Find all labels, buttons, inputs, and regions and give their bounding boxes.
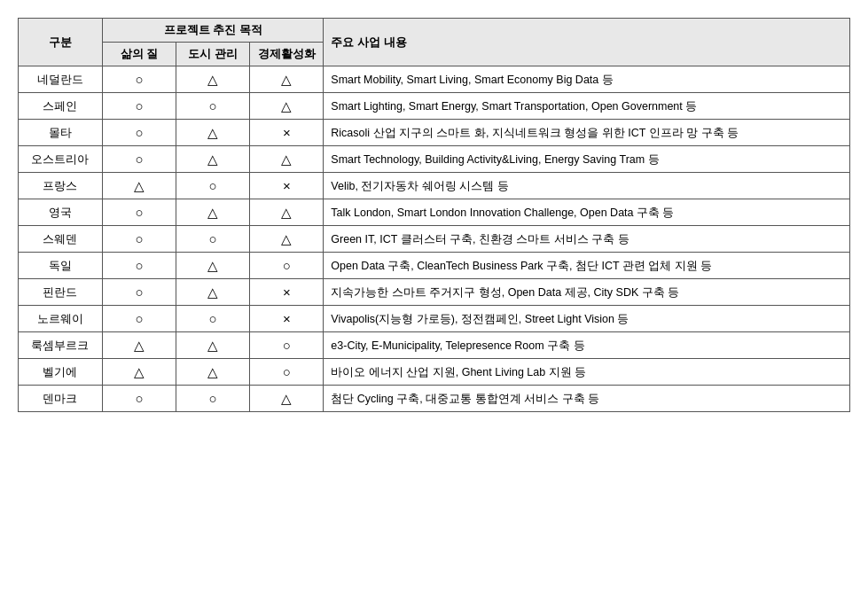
country-cell: 노르웨이 [19, 306, 103, 332]
table-row: 프랑스△○×Velib, 전기자동차 쉐어링 시스템 등 [19, 173, 850, 199]
content-cell: Open Data 구축, CleanTech Business Park 구축… [324, 253, 850, 279]
city-management-symbol: △ [176, 66, 250, 93]
life-quality-symbol: ○ [102, 279, 176, 306]
country-cell: 덴마크 [19, 386, 103, 412]
content-cell: 지속가능한 스마트 주거지구 형성, Open Data 제공, City SD… [324, 279, 850, 306]
country-cell: 오스트리아 [19, 146, 103, 173]
life-quality-symbol: ○ [102, 226, 176, 253]
life-quality-symbol: ○ [102, 66, 176, 93]
table-row: 몰타○△×Ricasoli 산업 지구의 스마트 화, 지식네트워크 형성을 위… [19, 120, 850, 146]
content-cell: Smart Lighting, Smart Energy, Smart Tran… [324, 93, 850, 120]
city-management-symbol: ○ [176, 173, 250, 199]
content-cell: e3-City, E-Municipality, Telepresence Ro… [324, 332, 850, 359]
economy-symbol: △ [250, 199, 324, 226]
country-cell: 벨기에 [19, 359, 103, 386]
life-quality-symbol: ○ [102, 386, 176, 412]
country-cell: 프랑스 [19, 173, 103, 199]
data-table: 구분 프로젝트 추진 목적 주요 사업 내용 삶의 질 도시 관리 경제활성화 … [18, 18, 850, 412]
city-management-symbol: △ [176, 146, 250, 173]
country-cell: 독일 [19, 253, 103, 279]
economy-symbol: △ [250, 66, 324, 93]
life-quality-symbol: ○ [102, 146, 176, 173]
table-row: 독일○△○Open Data 구축, CleanTech Business Pa… [19, 253, 850, 279]
content-cell: Green IT, ICT 클러스터 구축, 친환경 스마트 서비스 구축 등 [324, 226, 850, 253]
economy-symbol: △ [250, 226, 324, 253]
city-management-symbol: ○ [176, 226, 250, 253]
city-management-symbol: △ [176, 253, 250, 279]
country-cell: 핀란드 [19, 279, 103, 306]
header-main-content: 주요 사업 내용 [324, 19, 850, 66]
table-row: 오스트리아○△△Smart Technology, Building Activ… [19, 146, 850, 173]
life-quality-symbol: ○ [102, 93, 176, 120]
table-row: 네덜란드○△△Smart Mobility, Smart Living, Sma… [19, 66, 850, 93]
city-management-symbol: △ [176, 120, 250, 146]
table-row: 벨기에△△○바이오 에너지 산업 지원, Ghent Living Lab 지원… [19, 359, 850, 386]
economy-symbol: ○ [250, 253, 324, 279]
life-quality-symbol: ○ [102, 306, 176, 332]
table-row: 스페인○○△Smart Lighting, Smart Energy, Smar… [19, 93, 850, 120]
table-row: 룩셈부르크△△○e3-City, E-Municipality, Telepre… [19, 332, 850, 359]
header-economy: 경제활성화 [250, 43, 324, 66]
economy-symbol: △ [250, 386, 324, 412]
city-management-symbol: ○ [176, 306, 250, 332]
life-quality-symbol: △ [102, 173, 176, 199]
country-cell: 스웨덴 [19, 226, 103, 253]
economy-symbol: ○ [250, 332, 324, 359]
content-cell: Talk London, Smart London Innovation Cha… [324, 199, 850, 226]
content-cell: Smart Technology, Building Activity&Livi… [324, 146, 850, 173]
economy-symbol: × [250, 173, 324, 199]
header-country: 구분 [19, 19, 103, 66]
content-cell: 첨단 Cycling 구축, 대중교통 통합연계 서비스 구축 등 [324, 386, 850, 412]
economy-symbol: ○ [250, 359, 324, 386]
city-management-symbol: △ [176, 332, 250, 359]
city-management-symbol: ○ [176, 93, 250, 120]
content-cell: Velib, 전기자동차 쉐어링 시스템 등 [324, 173, 850, 199]
life-quality-symbol: ○ [102, 253, 176, 279]
content-cell: 바이오 에너지 산업 지원, Ghent Living Lab 지원 등 [324, 359, 850, 386]
main-table-wrapper: 구분 프로젝트 추진 목적 주요 사업 내용 삶의 질 도시 관리 경제활성화 … [18, 18, 850, 412]
city-management-symbol: △ [176, 359, 250, 386]
life-quality-symbol: ○ [102, 199, 176, 226]
table-row: 영국○△△Talk London, Smart London Innovatio… [19, 199, 850, 226]
country-cell: 룩셈부르크 [19, 332, 103, 359]
city-management-symbol: △ [176, 279, 250, 306]
table-row: 스웨덴○○△Green IT, ICT 클러스터 구축, 친환경 스마트 서비스… [19, 226, 850, 253]
header-project-purpose: 프로젝트 추진 목적 [102, 19, 323, 43]
economy-symbol: △ [250, 93, 324, 120]
life-quality-symbol: ○ [102, 120, 176, 146]
economy-symbol: × [250, 306, 324, 332]
life-quality-symbol: △ [102, 359, 176, 386]
city-management-symbol: ○ [176, 386, 250, 412]
economy-symbol: △ [250, 146, 324, 173]
life-quality-symbol: △ [102, 332, 176, 359]
city-management-symbol: △ [176, 199, 250, 226]
country-cell: 스페인 [19, 93, 103, 120]
table-row: 노르웨이○○×Vivapolis(지능형 가로등), 정전캠페인, Street… [19, 306, 850, 332]
content-cell: Vivapolis(지능형 가로등), 정전캠페인, Street Light … [324, 306, 850, 332]
header-life-quality: 삶의 질 [102, 43, 176, 66]
table-row: 핀란드○△×지속가능한 스마트 주거지구 형성, Open Data 제공, C… [19, 279, 850, 306]
country-cell: 영국 [19, 199, 103, 226]
economy-symbol: × [250, 120, 324, 146]
header-city-management: 도시 관리 [176, 43, 250, 66]
country-cell: 네덜란드 [19, 66, 103, 93]
table-row: 덴마크○○△첨단 Cycling 구축, 대중교통 통합연계 서비스 구축 등 [19, 386, 850, 412]
content-cell: Ricasoli 산업 지구의 스마트 화, 지식네트워크 형성을 위한 ICT… [324, 120, 850, 146]
economy-symbol: × [250, 279, 324, 306]
content-cell: Smart Mobility, Smart Living, Smart Econ… [324, 66, 850, 93]
country-cell: 몰타 [19, 120, 103, 146]
